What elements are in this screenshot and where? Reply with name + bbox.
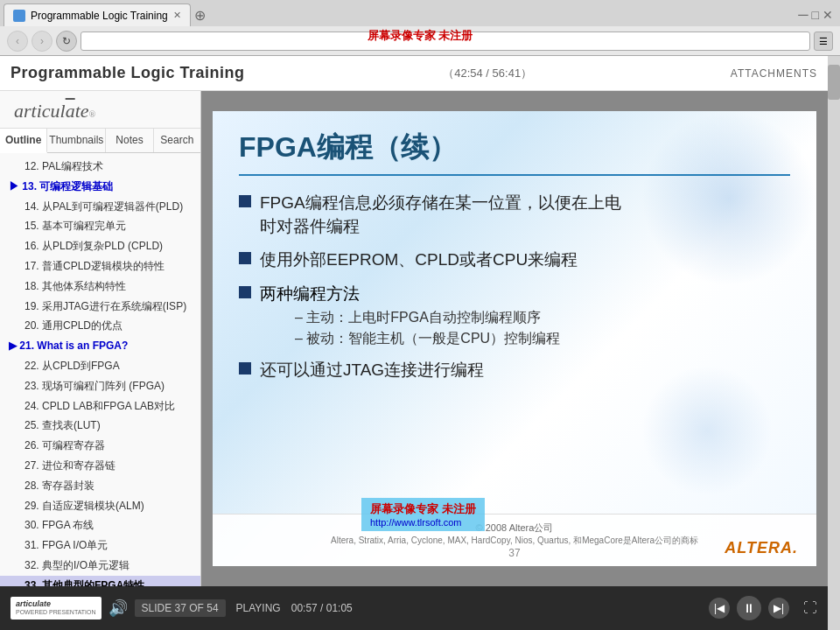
- address-bar[interactable]: [80, 32, 810, 51]
- tab-favicon: [13, 10, 25, 22]
- bullet-icon-4: [239, 362, 251, 374]
- slide-point-2-text: 使用外部EEPROM、CPLD或者CPU来编程: [260, 248, 578, 272]
- nav-item-25[interactable]: 25. 查找表(LUT): [0, 416, 200, 436]
- close-window-button[interactable]: ✕: [822, 8, 833, 22]
- refresh-button[interactable]: ↻: [56, 31, 77, 52]
- player-controls: articulate POWERED PRESENTATION 🔊 SLIDE …: [0, 586, 828, 630]
- sidebar: articulate® Outline Thumbnails Notes Sea…: [0, 91, 201, 586]
- nav-item-24[interactable]: 24. CPLD LAB和FPGA LAB对比: [0, 396, 200, 416]
- pause-icon: ⏸: [743, 601, 755, 615]
- slide-info: SLIDE 37 OF 54: [135, 599, 226, 617]
- nav-item-18[interactable]: 18. 其他体系结构特性: [0, 276, 200, 297]
- volume-button[interactable]: 🔊: [108, 598, 128, 618]
- slide-point-4-text: 还可以通过JTAG连接进行编程: [260, 359, 484, 382]
- forward-button[interactable]: ›: [32, 31, 52, 52]
- bullet-icon-1: [239, 195, 251, 207]
- nav-item-20[interactable]: 20. 通用CPLD的优点: [0, 316, 200, 336]
- nav-item-13[interactable]: ▶ 13. 可编程逻辑基础: [0, 177, 200, 197]
- tab-notes[interactable]: Notes: [106, 129, 153, 152]
- app-header: Programmable Logic Training （42:54 / 56:…: [0, 56, 828, 91]
- tab-search[interactable]: Search: [154, 129, 200, 152]
- pause-button[interactable]: ⏸: [737, 596, 761, 620]
- nav-item-30[interactable]: 30. FPGA 布线: [0, 515, 200, 536]
- next-button[interactable]: ▶|: [768, 598, 789, 619]
- svg-rect-0: [15, 11, 24, 20]
- browser-menu-button[interactable]: ☰: [814, 32, 833, 51]
- nav-item-26[interactable]: 26. 可编程寄存器: [0, 436, 200, 456]
- nav-item-32[interactable]: 32. 典型的I/O单元逻辑: [0, 556, 200, 576]
- back-button[interactable]: ‹: [7, 31, 28, 52]
- nav-item-12[interactable]: 12. PAL编程技术: [0, 157, 200, 177]
- nav-item-21[interactable]: ▶ 21. What is an FPGA?: [0, 336, 200, 356]
- slide-point-1-text: FPGA编程信息必须存储在某一位置，以便在上电时对器件编程: [260, 192, 621, 238]
- tab-outline[interactable]: Outline: [0, 129, 47, 153]
- playing-status: PLAYING: [236, 602, 281, 614]
- slide-area: FPGA编程（续） FPGA编程信息必须存储在某一位置，以便在上电时对器件编程 …: [201, 91, 828, 586]
- nav-item-28[interactable]: 28. 寄存器封装: [0, 476, 200, 496]
- tab-thumbnails[interactable]: Thumbnails: [47, 129, 106, 152]
- slide-watermark-line1: 屏幕录像专家 未注册: [370, 501, 476, 517]
- slide-title: FPGA编程（续）: [239, 129, 790, 176]
- slide-point-3-text: 两种编程方法: [260, 283, 360, 305]
- tab-close-button[interactable]: ✕: [173, 10, 181, 21]
- articulate-logo-player: articulate POWERED PRESENTATION: [10, 597, 102, 619]
- tab-title: Programmable Logic Training: [31, 10, 168, 22]
- attachments-button[interactable]: ATTACHMENTS: [731, 67, 817, 80]
- new-tab-button[interactable]: ⊕: [194, 7, 206, 24]
- previous-button[interactable]: |◀: [709, 598, 730, 619]
- nav-item-29[interactable]: 29. 自适应逻辑模块(ALM): [0, 496, 200, 516]
- slide-sub-point-2: – 被动：智能主机（一般是CPU）控制编程: [295, 330, 790, 348]
- browser-tab[interactable]: Programmable Logic Training ✕: [4, 4, 191, 26]
- nav-item-23[interactable]: 23. 现场可编程门阵列 (FPGA): [0, 376, 200, 396]
- sidebar-logo: articulate®: [0, 91, 200, 129]
- slide-point-4: 还可以通过JTAG连接进行编程: [239, 359, 790, 382]
- sidebar-tab-bar: Outline Thumbnails Notes Search: [0, 129, 200, 153]
- slide-frame: FPGA编程（续） FPGA编程信息必须存储在某一位置，以便在上电时对器件编程 …: [213, 111, 816, 566]
- slide-point-1: FPGA编程信息必须存储在某一位置，以便在上电时对器件编程: [239, 192, 790, 238]
- articulate-logo: articulate®: [14, 100, 186, 122]
- nav-item-15[interactable]: 15. 基本可编程完单元: [0, 216, 200, 236]
- slide-points: FPGA编程信息必须存储在某一位置，以便在上电时对器件编程 使用外部EEPROM…: [239, 192, 790, 382]
- time-info: 00:57 / 01:05: [291, 602, 353, 614]
- fullscreen-button[interactable]: ⛶: [803, 600, 817, 616]
- sidebar-nav: 12. PAL编程技术 ▶ 13. 可编程逻辑基础 14. 从PAL到可编程逻辑…: [0, 153, 200, 586]
- slide-watermark-url: http://www.tlrsoft.com: [370, 517, 476, 528]
- slide-watermark: 屏幕录像专家 未注册 http://www.tlrsoft.com: [361, 498, 485, 531]
- time-display: （42:54 / 56:41）: [443, 66, 532, 81]
- bullet-icon-2: [239, 252, 251, 264]
- slide-point-3: 两种编程方法 – 主动：上电时FPGA自动控制编程顺序 – 被动：智能主机（一般…: [239, 283, 790, 348]
- nav-item-19[interactable]: 19. 采用JTAG进行在系统编程(ISP): [0, 297, 200, 317]
- restore-button[interactable]: □: [812, 8, 819, 22]
- nav-item-16[interactable]: 16. 从PLD到复杂PLD (CPLD): [0, 236, 200, 256]
- nav-item-17[interactable]: 17. 普通CPLD逻辑模块的特性: [0, 256, 200, 276]
- slide-point-2: 使用外部EEPROM、CPLD或者CPU来编程: [239, 248, 790, 272]
- nav-item-33[interactable]: 33. 其他典型的FPGA特性: [0, 576, 200, 586]
- bullet-icon-3: [239, 286, 251, 298]
- slide-sub-point-1: – 主动：上电时FPGA自动控制编程顺序: [295, 309, 790, 327]
- nav-item-22[interactable]: 22. 从CPLD到FPGA: [0, 356, 200, 376]
- minimize-button[interactable]: ─: [798, 7, 808, 23]
- nav-item-27[interactable]: 27. 进位和寄存器链: [0, 456, 200, 476]
- nav-item-14[interactable]: 14. 从PAL到可编程逻辑器件(PLD): [0, 197, 200, 217]
- app-title: Programmable Logic Training: [10, 64, 245, 82]
- nav-item-31[interactable]: 31. FPGA I/O单元: [0, 536, 200, 556]
